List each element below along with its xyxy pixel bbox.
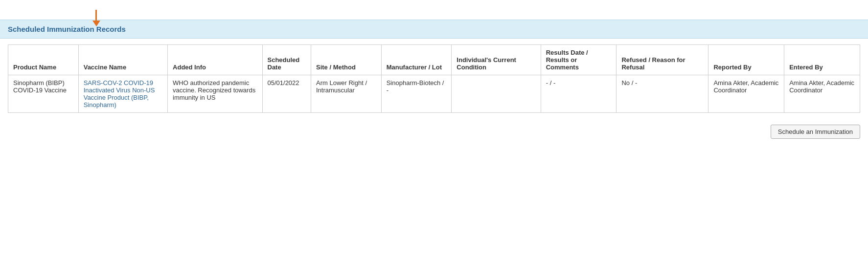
arrow-container — [0, 0, 868, 20]
immunization-table: Product Name Vaccine Name Added Info Sch… — [8, 44, 860, 113]
col-header-condition: Individual's Current Condition — [452, 45, 541, 75]
cell-entered-by: Amina Akter, Academic Coordinator — [784, 75, 860, 113]
table-header-row: Product Name Vaccine Name Added Info Sch… — [8, 45, 860, 75]
col-header-entered: Entered By — [784, 45, 860, 75]
table-row: Sinopharm (BIBP) COVID-19 Vaccine SARS-C… — [8, 75, 860, 113]
col-header-product: Product Name — [8, 45, 79, 75]
col-header-scheduled: Scheduled Date — [262, 45, 311, 75]
cell-vaccine-name: SARS-COV-2 COVID-19 Inactivated Virus No… — [78, 75, 167, 113]
table-container: Product Name Vaccine Name Added Info Sch… — [0, 39, 868, 119]
section-header: Scheduled Immunization Records — [0, 20, 868, 39]
page-wrapper: Scheduled Immunization Records Product N… — [0, 0, 868, 260]
bottom-bar: Schedule an Immunization — [0, 119, 868, 145]
col-header-manufacturer: Manufacturer / Lot — [381, 45, 452, 75]
cell-site-method: Arm Lower Right / Intramuscular — [311, 75, 381, 113]
cell-condition — [452, 75, 541, 113]
col-header-site: Site / Method — [311, 45, 381, 75]
col-header-vaccine: Vaccine Name — [78, 45, 167, 75]
col-header-results: Results Date / Results or Comments — [541, 45, 617, 75]
col-header-reported: Reported By — [708, 45, 784, 75]
cell-reported-by: Amina Akter, Academic Coordinator — [708, 75, 784, 113]
cell-product-name: Sinopharm (BIBP) COVID-19 Vaccine — [8, 75, 79, 113]
col-header-added: Added Info — [168, 45, 262, 75]
cell-refused: No / - — [617, 75, 708, 113]
cell-manufacturer-lot: Sinopharm-Biotech / - — [381, 75, 452, 113]
schedule-immunization-button[interactable]: Schedule an Immunization — [771, 125, 860, 139]
cell-added-info: WHO authorized pandemic vaccine. Recogni… — [168, 75, 262, 113]
vaccine-name-link[interactable]: SARS-COV-2 COVID-19 Inactivated Virus No… — [84, 79, 155, 108]
col-header-refused: Refused / Reason for Refusal — [617, 45, 708, 75]
cell-scheduled-date: 05/01/2022 — [262, 75, 311, 113]
cell-results: - / - — [541, 75, 617, 113]
section-title: Scheduled Immunization Records — [8, 25, 126, 33]
